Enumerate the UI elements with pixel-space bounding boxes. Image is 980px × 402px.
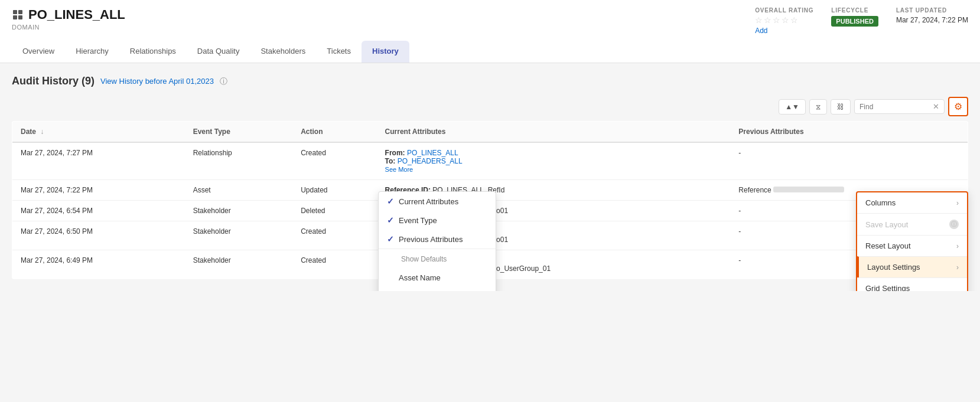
sort-icon: ▲▼ [785, 103, 799, 111]
col-label-current-attrs: Current Attributes [399, 197, 458, 206]
star-5[interactable]: ☆ [790, 15, 798, 25]
settings-gear-icon: ⚙ [954, 101, 962, 112]
event-type-cell: Stakeholder [185, 221, 292, 250]
date-sort-icon: ↓ [40, 128, 44, 136]
settings-grid-settings[interactable]: Grid Settings [857, 277, 967, 291]
current-attrs-cell: From: PO_LINES_ALL To: PO_HEADERS_ALL Se… [377, 142, 731, 180]
view-history-link[interactable]: View History before April 01,2023 [100, 77, 214, 86]
col-item-prev-attrs[interactable]: ✓ Previous Attributes [379, 230, 496, 249]
info-badge: ⓘ [949, 220, 959, 229]
audit-title: Audit History (9) [12, 75, 95, 87]
date-cell: Mar 27, 2024, 6:50 PM [12, 221, 185, 250]
last-updated-section: LAST UPDATED Mar 27, 2024, 7:22 PM [896, 7, 968, 24]
svg-rect-1 [18, 10, 22, 14]
col-item-current-attrs[interactable]: ✓ Current Attributes [379, 192, 496, 211]
overall-rating-section: OVERALL RATING ☆ ☆ ☆ ☆ ☆ Add [755, 7, 813, 35]
asset-name: PO_LINES_ALL [28, 7, 125, 22]
check-current-attrs: ✓ [387, 197, 394, 206]
col-current-attrs[interactable]: Current Attributes [377, 122, 731, 143]
columns-chevron-icon: › [956, 199, 959, 207]
lifecycle-badge: PUBLISHED [831, 16, 878, 27]
grid-icon [12, 9, 24, 21]
svg-rect-0 [13, 10, 17, 14]
check-event-type: ✓ [387, 215, 394, 225]
main-content: Audit History (9) View History before Ap… [0, 63, 980, 291]
action-cell: Created [292, 221, 376, 250]
svg-rect-3 [18, 15, 22, 19]
see-more-link[interactable]: See More [385, 166, 414, 173]
nav-tabs: Overview Hierarchy Relationships Data Qu… [12, 41, 968, 63]
to-value[interactable]: PO_HEADERS_ALL [398, 157, 463, 165]
check-prev-attrs: ✓ [387, 234, 394, 244]
from-label: From: [385, 149, 407, 157]
settings-button[interactable]: ⚙ [948, 97, 968, 116]
sort-button[interactable]: ▲▼ [779, 99, 806, 115]
event-type-cell: Asset [185, 180, 292, 201]
asset-title: PO_LINES_ALL [12, 7, 125, 22]
star-1[interactable]: ☆ [755, 15, 763, 25]
action-cell: Created [292, 250, 376, 279]
action-cell: Created [292, 142, 376, 180]
reset-layout-label: Reset Layout [865, 241, 911, 250]
event-type-cell: Stakeholder [185, 201, 292, 221]
column-chooser-dropdown: ✓ Current Attributes ✓ Event Type ✓ Prev… [378, 191, 496, 291]
col-date[interactable]: Date ↓ [12, 122, 185, 143]
star-rating[interactable]: ☆ ☆ ☆ ☆ ☆ [755, 15, 813, 25]
domain-label: DOMAIN [12, 24, 125, 31]
table-row: Mar 27, 2024, 7:27 PM Relationship Creat… [12, 142, 968, 180]
meta-area: OVERALL RATING ☆ ☆ ☆ ☆ ☆ Add LIFECYCLE P… [755, 7, 968, 35]
layout-settings-chevron-icon: › [956, 263, 959, 272]
previous-attrs-cell: - [730, 142, 968, 180]
tab-data-quality[interactable]: Data Quality [187, 41, 250, 63]
star-3[interactable]: ☆ [773, 15, 780, 25]
filter-button[interactable]: ⧖ [809, 99, 827, 115]
filter-icon: ⧖ [816, 103, 821, 111]
overall-rating-label: OVERALL RATING [755, 7, 813, 14]
col-event-type[interactable]: Event Type [185, 122, 292, 143]
settings-layout-settings[interactable]: Layout Settings › [857, 256, 967, 277]
save-layout-label: Save Layout [865, 220, 908, 229]
event-type-cell: Relationship [185, 142, 292, 180]
last-updated-label: LAST UPDATED [896, 7, 968, 14]
col-item-asset-name[interactable]: ✓ Asset Name [379, 268, 496, 287]
add-rating-link[interactable]: Add [755, 27, 813, 35]
col-label-prev-attrs: Previous Attributes [399, 235, 463, 244]
tab-stakeholders[interactable]: Stakeholders [250, 41, 316, 63]
prev-bar [773, 187, 844, 192]
star-2[interactable]: ☆ [764, 15, 771, 25]
col-label-asset-name: Asset Name [399, 273, 441, 282]
settings-reset-layout[interactable]: Reset Layout › [857, 235, 967, 256]
date-cell: Mar 27, 2024, 6:54 PM [12, 201, 185, 221]
tab-relationships[interactable]: Relationships [119, 41, 187, 63]
to-label: To: [385, 157, 398, 165]
audit-header: Audit History (9) View History before Ap… [12, 75, 968, 87]
prev-placeholder: Reference [738, 186, 771, 194]
star-4[interactable]: ☆ [782, 15, 789, 25]
clear-search-icon[interactable]: ✕ [933, 102, 939, 111]
action-cell: Updated [292, 180, 376, 201]
tab-overview[interactable]: Overview [12, 41, 65, 63]
col-action[interactable]: Action [292, 122, 376, 143]
last-updated-value: Mar 27, 2024, 7:22 PM [896, 16, 968, 24]
show-defaults-text[interactable]: Show Defaults [379, 253, 496, 267]
search-input[interactable] [859, 103, 930, 111]
col-previous-attrs[interactable]: Previous Attributes [730, 122, 968, 143]
col-dropdown-divider: Show Defaults [379, 249, 496, 268]
tab-hierarchy[interactable]: Hierarchy [65, 41, 119, 63]
link-button[interactable]: ⛓ [831, 99, 851, 115]
title-area: PO_LINES_ALL DOMAIN [12, 7, 125, 31]
content-wrapper: ▲▼ ⧖ ⛓ ✕ ⚙ Date ↓ Event Type Actio [12, 97, 968, 279]
col-item-event-type[interactable]: ✓ Event Type [379, 211, 496, 230]
date-cell: Mar 27, 2024, 6:49 PM [12, 250, 185, 279]
settings-columns[interactable]: Columns › [857, 192, 967, 213]
col-label-event-type: Event Type [399, 216, 437, 225]
settings-save-layout: Save Layout ⓘ [857, 213, 967, 235]
from-value[interactable]: PO_LINES_ALL [407, 149, 458, 157]
table-header-row: Date ↓ Event Type Action Current Attribu… [12, 122, 968, 143]
date-cell: Mar 27, 2024, 7:22 PM [12, 180, 185, 201]
col-item-asset-path[interactable]: ✓ Asset Path [379, 287, 496, 291]
search-box: ✕ [854, 99, 945, 114]
svg-rect-2 [13, 15, 17, 19]
tab-history[interactable]: History [362, 41, 409, 63]
tab-tickets[interactable]: Tickets [316, 41, 362, 63]
